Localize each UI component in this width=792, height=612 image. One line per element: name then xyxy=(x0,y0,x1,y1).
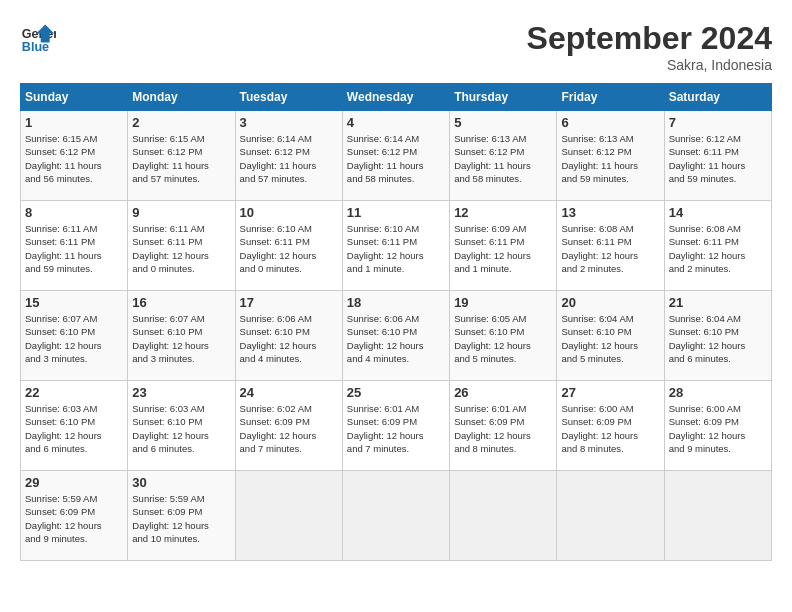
day-info: Sunrise: 6:06 AM Sunset: 6:10 PM Dayligh… xyxy=(347,312,445,365)
col-header-monday: Monday xyxy=(128,84,235,111)
calendar-cell: 22Sunrise: 6:03 AM Sunset: 6:10 PM Dayli… xyxy=(21,381,128,471)
calendar-cell: 9Sunrise: 6:11 AM Sunset: 6:11 PM Daylig… xyxy=(128,201,235,291)
day-info: Sunrise: 6:01 AM Sunset: 6:09 PM Dayligh… xyxy=(454,402,552,455)
calendar-cell: 10Sunrise: 6:10 AM Sunset: 6:11 PM Dayli… xyxy=(235,201,342,291)
day-info: Sunrise: 6:01 AM Sunset: 6:09 PM Dayligh… xyxy=(347,402,445,455)
day-number: 20 xyxy=(561,295,659,310)
calendar-cell: 4Sunrise: 6:14 AM Sunset: 6:12 PM Daylig… xyxy=(342,111,449,201)
calendar-cell: 23Sunrise: 6:03 AM Sunset: 6:10 PM Dayli… xyxy=(128,381,235,471)
day-info: Sunrise: 6:00 AM Sunset: 6:09 PM Dayligh… xyxy=(561,402,659,455)
col-header-saturday: Saturday xyxy=(664,84,771,111)
day-info: Sunrise: 6:14 AM Sunset: 6:12 PM Dayligh… xyxy=(240,132,338,185)
day-info: Sunrise: 6:15 AM Sunset: 6:12 PM Dayligh… xyxy=(132,132,230,185)
calendar-cell xyxy=(342,471,449,561)
day-number: 9 xyxy=(132,205,230,220)
day-info: Sunrise: 6:03 AM Sunset: 6:10 PM Dayligh… xyxy=(132,402,230,455)
day-number: 4 xyxy=(347,115,445,130)
day-number: 3 xyxy=(240,115,338,130)
day-info: Sunrise: 6:00 AM Sunset: 6:09 PM Dayligh… xyxy=(669,402,767,455)
calendar-table: SundayMondayTuesdayWednesdayThursdayFrid… xyxy=(20,83,772,561)
day-number: 26 xyxy=(454,385,552,400)
calendar-cell: 27Sunrise: 6:00 AM Sunset: 6:09 PM Dayli… xyxy=(557,381,664,471)
day-number: 14 xyxy=(669,205,767,220)
day-info: Sunrise: 6:10 AM Sunset: 6:11 PM Dayligh… xyxy=(347,222,445,275)
day-info: Sunrise: 6:11 AM Sunset: 6:11 PM Dayligh… xyxy=(25,222,123,275)
day-info: Sunrise: 6:13 AM Sunset: 6:12 PM Dayligh… xyxy=(561,132,659,185)
day-info: Sunrise: 6:04 AM Sunset: 6:10 PM Dayligh… xyxy=(669,312,767,365)
day-number: 2 xyxy=(132,115,230,130)
day-number: 21 xyxy=(669,295,767,310)
day-info: Sunrise: 6:04 AM Sunset: 6:10 PM Dayligh… xyxy=(561,312,659,365)
day-number: 25 xyxy=(347,385,445,400)
day-info: Sunrise: 6:03 AM Sunset: 6:10 PM Dayligh… xyxy=(25,402,123,455)
calendar-cell: 13Sunrise: 6:08 AM Sunset: 6:11 PM Dayli… xyxy=(557,201,664,291)
day-info: Sunrise: 5:59 AM Sunset: 6:09 PM Dayligh… xyxy=(132,492,230,545)
calendar-cell: 7Sunrise: 6:12 AM Sunset: 6:11 PM Daylig… xyxy=(664,111,771,201)
calendar-cell: 21Sunrise: 6:04 AM Sunset: 6:10 PM Dayli… xyxy=(664,291,771,381)
day-info: Sunrise: 6:15 AM Sunset: 6:12 PM Dayligh… xyxy=(25,132,123,185)
calendar-cell: 14Sunrise: 6:08 AM Sunset: 6:11 PM Dayli… xyxy=(664,201,771,291)
header: General Blue September 2024 Sakra, Indon… xyxy=(20,20,772,73)
day-number: 10 xyxy=(240,205,338,220)
day-info: Sunrise: 6:13 AM Sunset: 6:12 PM Dayligh… xyxy=(454,132,552,185)
day-number: 15 xyxy=(25,295,123,310)
day-number: 11 xyxy=(347,205,445,220)
day-info: Sunrise: 6:12 AM Sunset: 6:11 PM Dayligh… xyxy=(669,132,767,185)
logo: General Blue xyxy=(20,20,56,56)
day-info: Sunrise: 6:10 AM Sunset: 6:11 PM Dayligh… xyxy=(240,222,338,275)
day-number: 5 xyxy=(454,115,552,130)
calendar-cell: 8Sunrise: 6:11 AM Sunset: 6:11 PM Daylig… xyxy=(21,201,128,291)
col-header-thursday: Thursday xyxy=(450,84,557,111)
day-info: Sunrise: 6:06 AM Sunset: 6:10 PM Dayligh… xyxy=(240,312,338,365)
calendar-cell: 25Sunrise: 6:01 AM Sunset: 6:09 PM Dayli… xyxy=(342,381,449,471)
day-number: 17 xyxy=(240,295,338,310)
title-area: September 2024 Sakra, Indonesia xyxy=(527,20,772,73)
day-number: 28 xyxy=(669,385,767,400)
calendar-cell xyxy=(664,471,771,561)
calendar-cell: 3Sunrise: 6:14 AM Sunset: 6:12 PM Daylig… xyxy=(235,111,342,201)
calendar-cell xyxy=(450,471,557,561)
calendar-cell: 20Sunrise: 6:04 AM Sunset: 6:10 PM Dayli… xyxy=(557,291,664,381)
day-number: 23 xyxy=(132,385,230,400)
calendar-cell xyxy=(235,471,342,561)
day-number: 8 xyxy=(25,205,123,220)
day-number: 16 xyxy=(132,295,230,310)
logo-icon: General Blue xyxy=(20,20,56,56)
calendar-cell: 18Sunrise: 6:06 AM Sunset: 6:10 PM Dayli… xyxy=(342,291,449,381)
day-number: 12 xyxy=(454,205,552,220)
day-number: 27 xyxy=(561,385,659,400)
day-number: 7 xyxy=(669,115,767,130)
day-info: Sunrise: 6:08 AM Sunset: 6:11 PM Dayligh… xyxy=(561,222,659,275)
day-info: Sunrise: 6:05 AM Sunset: 6:10 PM Dayligh… xyxy=(454,312,552,365)
day-number: 29 xyxy=(25,475,123,490)
location-title: Sakra, Indonesia xyxy=(527,57,772,73)
calendar-cell: 2Sunrise: 6:15 AM Sunset: 6:12 PM Daylig… xyxy=(128,111,235,201)
calendar-cell: 1Sunrise: 6:15 AM Sunset: 6:12 PM Daylig… xyxy=(21,111,128,201)
day-info: Sunrise: 6:11 AM Sunset: 6:11 PM Dayligh… xyxy=(132,222,230,275)
day-info: Sunrise: 6:09 AM Sunset: 6:11 PM Dayligh… xyxy=(454,222,552,275)
day-info: Sunrise: 6:08 AM Sunset: 6:11 PM Dayligh… xyxy=(669,222,767,275)
day-number: 6 xyxy=(561,115,659,130)
day-info: Sunrise: 6:07 AM Sunset: 6:10 PM Dayligh… xyxy=(25,312,123,365)
day-number: 13 xyxy=(561,205,659,220)
calendar-cell: 30Sunrise: 5:59 AM Sunset: 6:09 PM Dayli… xyxy=(128,471,235,561)
calendar-cell: 6Sunrise: 6:13 AM Sunset: 6:12 PM Daylig… xyxy=(557,111,664,201)
day-info: Sunrise: 6:14 AM Sunset: 6:12 PM Dayligh… xyxy=(347,132,445,185)
day-number: 1 xyxy=(25,115,123,130)
day-info: Sunrise: 5:59 AM Sunset: 6:09 PM Dayligh… xyxy=(25,492,123,545)
calendar-cell xyxy=(557,471,664,561)
day-info: Sunrise: 6:02 AM Sunset: 6:09 PM Dayligh… xyxy=(240,402,338,455)
col-header-wednesday: Wednesday xyxy=(342,84,449,111)
month-title: September 2024 xyxy=(527,20,772,57)
calendar-cell: 16Sunrise: 6:07 AM Sunset: 6:10 PM Dayli… xyxy=(128,291,235,381)
col-header-tuesday: Tuesday xyxy=(235,84,342,111)
day-number: 22 xyxy=(25,385,123,400)
calendar-cell: 19Sunrise: 6:05 AM Sunset: 6:10 PM Dayli… xyxy=(450,291,557,381)
calendar-cell: 24Sunrise: 6:02 AM Sunset: 6:09 PM Dayli… xyxy=(235,381,342,471)
day-number: 24 xyxy=(240,385,338,400)
calendar-cell: 28Sunrise: 6:00 AM Sunset: 6:09 PM Dayli… xyxy=(664,381,771,471)
calendar-cell: 12Sunrise: 6:09 AM Sunset: 6:11 PM Dayli… xyxy=(450,201,557,291)
calendar-cell: 11Sunrise: 6:10 AM Sunset: 6:11 PM Dayli… xyxy=(342,201,449,291)
calendar-cell: 29Sunrise: 5:59 AM Sunset: 6:09 PM Dayli… xyxy=(21,471,128,561)
calendar-cell: 26Sunrise: 6:01 AM Sunset: 6:09 PM Dayli… xyxy=(450,381,557,471)
